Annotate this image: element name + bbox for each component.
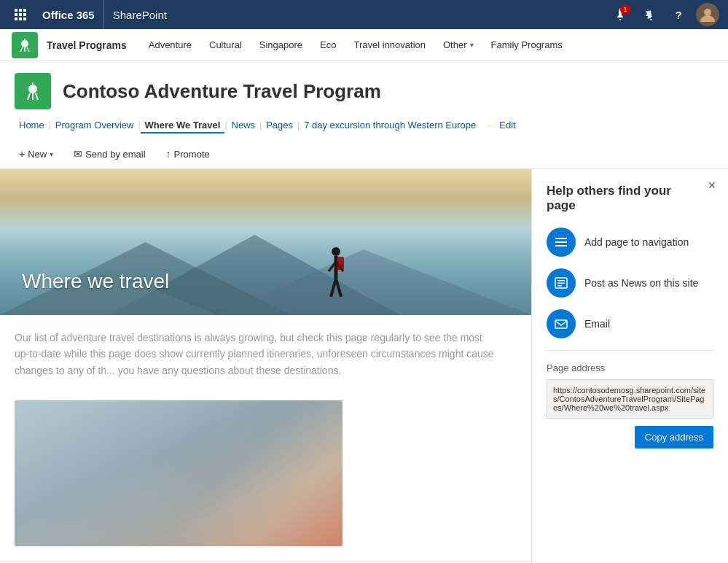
body-paragraph: Our list of adventure travel destination… (15, 330, 496, 378)
page-header-top: Contoso Adventure Travel Program (15, 73, 713, 109)
site-title[interactable]: Travel Programs (47, 39, 127, 51)
close-panel-button[interactable]: ✕ (703, 176, 721, 194)
add-navigation-icon (547, 228, 576, 257)
send-email-button[interactable]: ✉ Send by email (69, 145, 149, 163)
new-button[interactable]: + New ▾ (15, 145, 58, 163)
svg-rect-2 (23, 9, 26, 12)
breadcrumb-ellipsis: ··· (480, 120, 499, 131)
svg-rect-4 (19, 13, 22, 16)
post-news-label: Post as News on this site (584, 277, 698, 289)
new-chevron-icon: ▾ (50, 150, 53, 158)
add-navigation-label: Add page to navigation (584, 236, 689, 248)
content-image (15, 400, 343, 546)
promote-icon: ↑ (166, 148, 171, 160)
breadcrumb: Home | Program Overview | Where We Trave… (15, 117, 713, 133)
svg-rect-1 (19, 9, 22, 12)
page-body: Our list of adventure travel destination… (0, 315, 510, 393)
svg-rect-31 (557, 285, 562, 287)
add-to-navigation-action[interactable]: Add page to navigation (547, 228, 713, 257)
page-url[interactable]: https://contosodemosg.sharepoint.com/sit… (547, 379, 713, 419)
svg-point-16 (332, 247, 340, 256)
nav-travel-innovation[interactable]: Travel innovation (346, 29, 433, 61)
svg-rect-29 (557, 280, 565, 282)
breadcrumb-home[interactable]: Home (15, 117, 49, 133)
top-nav-actions: 1 ? (607, 1, 721, 28)
other-chevron-icon: ▾ (470, 41, 474, 49)
copy-address-button[interactable]: Copy address (635, 426, 713, 449)
svg-point-10 (21, 40, 28, 47)
send-email-label: Send by email (85, 149, 145, 160)
email-action[interactable]: Email (547, 309, 713, 338)
settings-button[interactable] (636, 1, 662, 28)
notifications-button[interactable]: 1 (607, 1, 633, 28)
page-address-label: Page address (547, 362, 713, 373)
svg-rect-0 (15, 9, 17, 12)
toolbar: + New ▾ ✉ Send by email ↑ Promote (0, 139, 728, 169)
breadcrumb-where-we-travel[interactable]: Where We Travel (141, 117, 225, 133)
email-label: Email (584, 318, 610, 330)
svg-rect-22 (337, 257, 344, 270)
svg-rect-27 (555, 245, 567, 246)
hero-image: Where we travel (0, 169, 531, 315)
page-icon (15, 73, 51, 109)
panel-title: Help others find your page (547, 184, 713, 213)
office365-label[interactable]: Office 365 (34, 0, 104, 29)
promote-label: Promote (174, 149, 210, 160)
nav-adventure[interactable]: Adventure (141, 29, 199, 61)
breadcrumb-news[interactable]: News (227, 117, 260, 133)
nav-singapore[interactable]: Singapore (252, 29, 310, 61)
svg-rect-32 (555, 320, 567, 328)
email-icon: ✉ (74, 148, 82, 160)
post-news-action[interactable]: Post as News on this site (547, 268, 713, 298)
nav-eco[interactable]: Eco (313, 29, 343, 61)
svg-rect-8 (23, 18, 26, 20)
svg-rect-26 (555, 241, 567, 243)
notification-count: 1 (620, 4, 630, 15)
breadcrumb-program-overview[interactable]: Program Overview (51, 117, 138, 133)
panel-divider (547, 350, 713, 351)
promote-button[interactable]: ↑ Promote (162, 145, 214, 163)
help-button[interactable]: ? (665, 1, 692, 28)
page-content: Where we travel Our list of adventure tr… (0, 169, 531, 563)
email-icon-panel (547, 309, 576, 338)
breadcrumb-7day[interactable]: 7 day excursion through Western Europe (300, 117, 480, 133)
post-news-icon (547, 268, 576, 298)
app-grid-button[interactable] (7, 1, 34, 28)
top-navigation: Office 365 SharePoint 1 ? (0, 0, 728, 29)
user-profile-picture (696, 3, 719, 26)
svg-rect-25 (555, 238, 567, 239)
page-title: Contoso Adventure Travel Program (63, 80, 381, 103)
hero-title: Where we travel (22, 270, 169, 293)
nav-cultural[interactable]: Cultural (202, 29, 249, 61)
plus-icon: + (19, 148, 25, 160)
new-label: New (28, 149, 47, 160)
nav-other[interactable]: Other ▾ (436, 29, 481, 61)
page-header: Contoso Adventure Travel Program Home | … (0, 61, 728, 133)
user-avatar[interactable] (694, 1, 721, 28)
svg-line-21 (336, 279, 341, 297)
svg-line-20 (331, 279, 336, 297)
svg-point-11 (28, 85, 37, 93)
svg-rect-7 (19, 18, 22, 20)
breadcrumb-pages[interactable]: Pages (262, 117, 297, 133)
right-panel: ✕ Help others find your page Add page to… (531, 169, 728, 563)
sharepoint-label[interactable]: SharePoint (104, 9, 607, 21)
main-wrapper: Where we travel Our list of adventure tr… (0, 169, 728, 563)
nav-family-programs[interactable]: Family Programs (484, 29, 570, 61)
svg-point-9 (704, 9, 711, 16)
svg-rect-30 (557, 283, 565, 284)
svg-rect-3 (15, 13, 17, 16)
site-logo (12, 32, 38, 58)
site-navigation: Travel Programs Adventure Cultural Singa… (0, 29, 728, 61)
svg-rect-6 (15, 18, 17, 20)
edit-link[interactable]: Edit (499, 120, 515, 131)
svg-rect-5 (23, 13, 26, 16)
